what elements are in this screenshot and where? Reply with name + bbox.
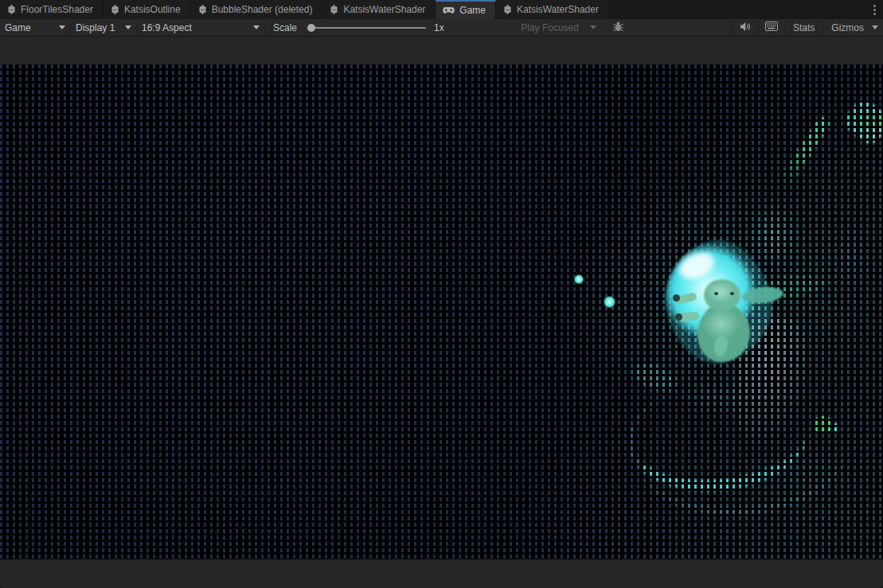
tab-label: FloorTilesShader bbox=[21, 4, 93, 15]
play-focused-label: Play Focused bbox=[521, 22, 579, 33]
chevron-down-icon bbox=[125, 25, 131, 29]
tab-katsiswatershader-2[interactable]: KatsisWaterShader bbox=[496, 0, 609, 19]
bubble-bottom-speckles bbox=[667, 373, 766, 423]
gamepad-icon bbox=[443, 6, 455, 14]
scale-slider-thumb[interactable] bbox=[307, 24, 315, 32]
frame-debugger-button[interactable] bbox=[606, 19, 631, 36]
creature-flipper-tip bbox=[675, 313, 682, 321]
tab-katsisoutline[interactable]: KatsisOutline bbox=[104, 0, 191, 19]
scale-control: Scale 1x bbox=[273, 22, 444, 33]
play-focused-dropdown[interactable]: Play Focused bbox=[521, 22, 596, 33]
creature-flipper-tip bbox=[673, 294, 680, 302]
unity-game-window: FloorTilesShader KatsisOutline BubbleSha… bbox=[0, 0, 883, 588]
shader-icon bbox=[111, 5, 119, 14]
gizmos-label: Gizmos bbox=[831, 22, 864, 33]
tab-label: KatsisOutline bbox=[124, 4, 181, 15]
scale-slider[interactable] bbox=[308, 27, 426, 29]
tab-label: KatsisWaterShader bbox=[343, 4, 425, 15]
tab-bar: FloorTilesShader KatsisOutline BubbleSha… bbox=[0, 0, 883, 19]
creature-eye-left bbox=[714, 292, 718, 295]
creature-head bbox=[704, 279, 740, 311]
aspect-label: 16:9 Aspect bbox=[142, 22, 192, 33]
gizmos-button[interactable]: Gizmos bbox=[823, 19, 883, 36]
game-view-area bbox=[0, 37, 883, 588]
tab-bubbleshader-deleted[interactable]: BubbleShader (deleted) bbox=[191, 0, 323, 19]
small-bubble bbox=[574, 275, 584, 284]
tab-game[interactable]: Game bbox=[436, 0, 496, 19]
game-mode-dropdown[interactable]: Game bbox=[0, 19, 70, 36]
shader-icon bbox=[198, 5, 207, 14]
small-bubble bbox=[604, 296, 615, 308]
game-render[interactable] bbox=[0, 64, 883, 559]
creature-eye-right bbox=[730, 292, 734, 295]
keyboard-icon bbox=[765, 21, 778, 33]
stats-button[interactable]: Stats bbox=[785, 19, 822, 36]
shader-icon bbox=[330, 5, 338, 14]
game-toolbar: Game Display 1 16:9 Aspect Scale 1x Play… bbox=[0, 19, 883, 37]
tab-label: BubbleShader (deleted) bbox=[212, 4, 313, 15]
shader-icon bbox=[7, 5, 16, 14]
tab-floortilesshader[interactable]: FloorTilesShader bbox=[0, 0, 104, 19]
scale-value: 1x bbox=[434, 22, 444, 33]
chevron-down-icon bbox=[872, 25, 878, 29]
cyan-nub bbox=[830, 423, 840, 431]
edge-blue-speckles bbox=[826, 206, 877, 305]
kebab-menu-icon[interactable] bbox=[865, 0, 883, 19]
game-mode-label: Game bbox=[5, 22, 31, 33]
tab-katsiswatershader-1[interactable]: KatsisWaterShader bbox=[322, 0, 436, 19]
tab-label: Game bbox=[459, 5, 486, 16]
chevron-down-icon bbox=[590, 25, 596, 29]
bug-icon bbox=[612, 21, 624, 35]
corner-green-speckles bbox=[860, 115, 882, 127]
display-label: Display 1 bbox=[76, 22, 115, 33]
shader-icon bbox=[503, 5, 512, 14]
toolbar-divider bbox=[264, 19, 265, 36]
display-dropdown[interactable]: Display 1 bbox=[71, 19, 136, 36]
aspect-ratio-dropdown[interactable]: 16:9 Aspect bbox=[137, 19, 264, 36]
lower-teal-wash bbox=[713, 435, 881, 512]
chevron-down-icon bbox=[253, 25, 260, 29]
chevron-down-icon bbox=[59, 25, 65, 29]
mute-audio-icon bbox=[740, 21, 752, 34]
tabbar-spacer bbox=[609, 0, 865, 19]
tab-label: KatsisWaterShader bbox=[517, 4, 599, 15]
stats-label: Stats bbox=[793, 22, 815, 33]
scale-label: Scale bbox=[273, 22, 297, 33]
mute-audio-button[interactable] bbox=[733, 19, 758, 36]
shortcut-keyboard-button[interactable] bbox=[759, 19, 784, 36]
